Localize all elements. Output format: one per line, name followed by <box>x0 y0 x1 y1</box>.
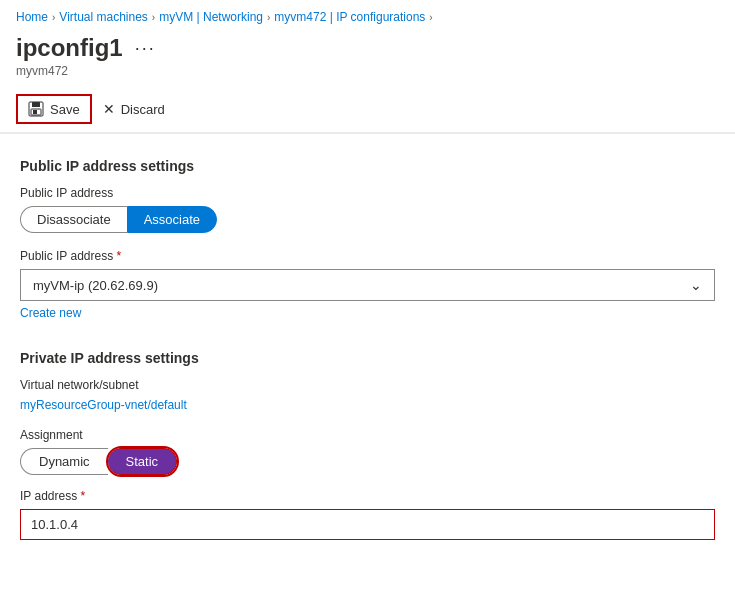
dynamic-button[interactable]: Dynamic <box>20 448 108 475</box>
ip-address-label: IP address <box>20 489 715 503</box>
save-button[interactable]: Save <box>16 94 92 124</box>
breadcrumb-networking[interactable]: myVM | Networking <box>159 10 263 24</box>
ip-address-input[interactable] <box>20 509 715 540</box>
breadcrumb-vms[interactable]: Virtual machines <box>59 10 148 24</box>
vnet-subnet-label: Virtual network/subnet <box>20 378 715 392</box>
breadcrumb-chevron-3: › <box>267 12 270 23</box>
private-ip-section: Private IP address settings Virtual netw… <box>20 350 715 540</box>
breadcrumb-home[interactable]: Home <box>16 10 48 24</box>
save-icon <box>28 101 44 117</box>
page-title: ipconfig1 <box>16 34 123 62</box>
breadcrumb: Home › Virtual machines › myVM | Network… <box>0 0 735 30</box>
svg-rect-3 <box>33 110 37 114</box>
assignment-toggle-group: Dynamic Static <box>20 448 715 475</box>
discard-label: Discard <box>121 102 165 117</box>
public-ip-dropdown[interactable]: myVM-ip (20.62.69.9) ⌄ <box>20 269 715 301</box>
toolbar: Save ✕ Discard <box>0 86 735 133</box>
static-button[interactable]: Static <box>108 448 178 475</box>
breadcrumb-chevron-1: › <box>52 12 55 23</box>
assignment-field: Assignment Dynamic Static <box>20 428 715 475</box>
page-subtitle: myvm472 <box>16 64 719 78</box>
create-new-link[interactable]: Create new <box>20 306 81 320</box>
public-ip-dropdown-label: Public IP address <box>20 249 715 263</box>
discard-icon: ✕ <box>103 101 115 117</box>
disassociate-button[interactable]: Disassociate <box>20 206 127 233</box>
discard-button[interactable]: ✕ Discard <box>92 95 176 123</box>
save-label: Save <box>50 102 80 117</box>
more-options-button[interactable]: ··· <box>131 36 160 61</box>
breadcrumb-ipconfigs[interactable]: myvm472 | IP configurations <box>274 10 425 24</box>
vnet-subnet-field: Virtual network/subnet myResourceGroup-v… <box>20 378 715 412</box>
breadcrumb-chevron-2: › <box>152 12 155 23</box>
dropdown-chevron-icon: ⌄ <box>690 277 702 293</box>
public-ip-section-title: Public IP address settings <box>20 158 715 174</box>
assignment-label: Assignment <box>20 428 715 442</box>
content-area: Public IP address settings Public IP add… <box>0 134 735 570</box>
ip-address-field: IP address <box>20 489 715 540</box>
assoc-toggle-group: Disassociate Associate <box>20 206 715 233</box>
svg-rect-1 <box>32 102 40 107</box>
public-ip-assoc-field: Public IP address Disassociate Associate <box>20 186 715 233</box>
public-ip-dropdown-field: Public IP address myVM-ip (20.62.69.9) ⌄… <box>20 249 715 336</box>
associate-button[interactable]: Associate <box>127 206 217 233</box>
public-ip-section: Public IP address settings Public IP add… <box>20 158 715 336</box>
vnet-subnet-link[interactable]: myResourceGroup-vnet/default <box>20 398 715 412</box>
private-ip-section-title: Private IP address settings <box>20 350 715 366</box>
public-ip-assoc-label: Public IP address <box>20 186 715 200</box>
public-ip-dropdown-value: myVM-ip (20.62.69.9) <box>33 278 158 293</box>
breadcrumb-chevron-4: › <box>429 12 432 23</box>
page-header: ipconfig1 ··· myvm472 <box>0 30 735 86</box>
